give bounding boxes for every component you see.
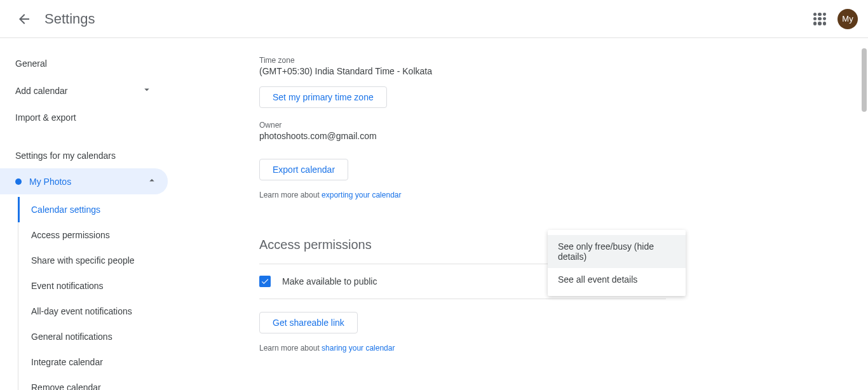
sidebar: General Add calendar Import & export Set… bbox=[0, 38, 178, 390]
sidebar-sub-allday-notifications[interactable]: All-day event notifications bbox=[18, 299, 168, 324]
share-help-link[interactable]: sharing your calendar bbox=[322, 344, 395, 353]
set-primary-timezone-button[interactable]: Set my primary time zone bbox=[259, 86, 387, 108]
get-shareable-link-button[interactable]: Get shareable link bbox=[259, 312, 358, 333]
visibility-dropdown: See only free/busy (hide details) See al… bbox=[548, 230, 686, 296]
page-title: Settings bbox=[44, 11, 95, 27]
help-text-pre: Learn more about bbox=[259, 344, 322, 353]
sidebar-item-label: Import & export bbox=[15, 112, 76, 123]
make-public-label: Make available to public bbox=[282, 276, 377, 286]
calendar-color-dot bbox=[15, 178, 22, 185]
owner-label: Owner bbox=[259, 121, 843, 130]
sidebar-item-label: Add calendar bbox=[15, 86, 68, 96]
export-help-text: Learn more about exporting your calendar bbox=[259, 191, 843, 199]
scrollbar[interactable] bbox=[862, 48, 867, 112]
timezone-value: (GMT+05:30) India Standard Time - Kolkat… bbox=[259, 66, 843, 76]
content: Time zone (GMT+05:30) India Standard Tim… bbox=[178, 38, 868, 390]
dropdown-option-free-busy[interactable]: See only free/busy (hide details) bbox=[548, 235, 686, 268]
help-text-pre: Learn more about bbox=[259, 191, 322, 199]
sidebar-section-title: Settings for my calendars bbox=[0, 143, 168, 168]
sidebar-sub-general-notifications[interactable]: General notifications bbox=[18, 324, 168, 349]
sidebar-item-label: General bbox=[15, 58, 47, 69]
make-public-checkbox[interactable] bbox=[259, 276, 271, 287]
timezone-label: Time zone bbox=[259, 56, 843, 65]
export-calendar-button[interactable]: Export calendar bbox=[259, 159, 348, 180]
sidebar-sub-calendar-settings[interactable]: Calendar settings bbox=[18, 197, 168, 222]
sidebar-item-add-calendar[interactable]: Add calendar bbox=[0, 76, 168, 105]
dropdown-option-all-details[interactable]: See all event details bbox=[548, 268, 686, 291]
avatar[interactable]: My bbox=[837, 9, 858, 29]
sidebar-item-general[interactable]: General bbox=[0, 51, 168, 76]
sidebar-sub-access-permissions[interactable]: Access permissions bbox=[18, 222, 168, 248]
owner-block: Owner photoshoots.com@gmail.com bbox=[259, 121, 843, 141]
export-help-link[interactable]: exporting your calendar bbox=[322, 191, 401, 199]
sidebar-sub-share-people[interactable]: Share with specific people bbox=[18, 248, 168, 273]
calendar-name: My Photos bbox=[29, 177, 71, 187]
sidebar-sub-event-notifications[interactable]: Event notifications bbox=[18, 273, 168, 299]
calendar-item-left: My Photos bbox=[15, 177, 71, 187]
owner-value: photoshoots.com@gmail.com bbox=[259, 131, 843, 141]
body: General Add calendar Import & export Set… bbox=[0, 38, 868, 390]
header-left: Settings bbox=[10, 11, 95, 27]
header-right: My bbox=[812, 9, 858, 29]
chevron-up-icon bbox=[146, 175, 158, 188]
sidebar-calendar-my-photos[interactable]: My Photos bbox=[0, 168, 168, 194]
header: Settings My bbox=[0, 0, 868, 38]
sidebar-sub-remove-calendar[interactable]: Remove calendar bbox=[18, 375, 168, 390]
chevron-down-icon bbox=[141, 84, 153, 97]
sidebar-sub-integrate-calendar[interactable]: Integrate calendar bbox=[18, 349, 168, 375]
sidebar-item-import-export[interactable]: Import & export bbox=[0, 105, 168, 130]
back-arrow-icon[interactable] bbox=[17, 11, 32, 27]
share-help-text: Learn more about sharing your calendar bbox=[259, 344, 843, 353]
apps-icon[interactable] bbox=[812, 11, 827, 27]
sidebar-subitems: Calendar settings Access permissions Sha… bbox=[18, 197, 168, 390]
